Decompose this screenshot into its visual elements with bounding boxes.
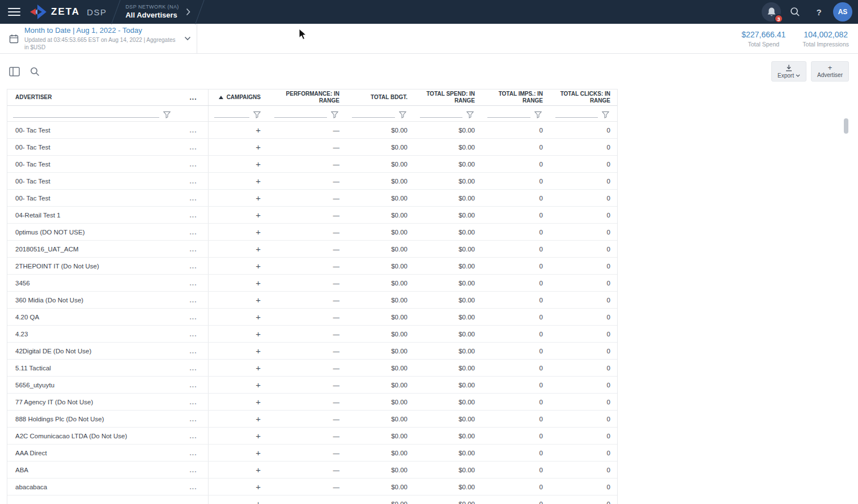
expand-campaigns-button[interactable]: + bbox=[209, 482, 269, 492]
row-menu-button[interactable]: ... bbox=[179, 496, 209, 504]
chevron-right-icon[interactable] bbox=[186, 8, 190, 16]
filter-input-clicks[interactable] bbox=[555, 110, 598, 118]
filter-input-impressions[interactable] bbox=[487, 110, 530, 118]
expand-campaigns-button[interactable]: + bbox=[209, 448, 269, 458]
table-row[interactable]: ABA ... + — $0.00 $0.00 0 0 bbox=[7, 462, 617, 479]
expand-campaigns-button[interactable]: + bbox=[209, 193, 269, 203]
expand-campaigns-button[interactable]: + bbox=[209, 278, 269, 288]
row-menu-button[interactable]: ... bbox=[179, 275, 209, 291]
column-header-advertiser[interactable]: ADVERTISER bbox=[7, 94, 179, 101]
table-row[interactable]: 360 Midia (Do Not Use) ... + — $0.00 $0.… bbox=[7, 292, 617, 309]
table-row[interactable]: 42Digital DE (Do Not Use) ... + — $0.00 … bbox=[7, 343, 617, 360]
row-menu-button[interactable]: ... bbox=[179, 377, 209, 393]
expand-campaigns-button[interactable]: + bbox=[209, 227, 269, 237]
table-row[interactable]: 00- Tac Test ... + — $0.00 $0.00 0 0 bbox=[7, 156, 617, 173]
filter-funnel-icon[interactable] bbox=[602, 111, 609, 118]
expand-campaigns-button[interactable]: + bbox=[209, 363, 269, 373]
user-avatar[interactable]: AS bbox=[833, 2, 852, 22]
table-row[interactable]: 4.20 QA ... + — $0.00 $0.00 0 0 bbox=[7, 309, 617, 326]
search-button[interactable] bbox=[785, 2, 805, 22]
expand-campaigns-button[interactable]: + bbox=[209, 380, 269, 390]
table-row[interactable]: abacabaca ... + — $0.00 $0.00 0 0 bbox=[7, 479, 617, 496]
table-row[interactable]: 3456 ... + — $0.00 $0.00 0 0 bbox=[7, 275, 617, 292]
column-header-clicks[interactable]: TOTAL CLICKS: IN RANGE bbox=[550, 91, 617, 105]
table-row[interactable]: 4.23 ... + — $0.00 $0.00 0 0 bbox=[7, 326, 617, 343]
table-row[interactable]: AAA Direct ... + — $0.00 $0.00 0 0 bbox=[7, 445, 617, 462]
filter-funnel-icon[interactable] bbox=[466, 111, 474, 118]
column-header-performance[interactable]: PERFORMANCE: IN RANGE bbox=[269, 91, 346, 105]
table-row[interactable]: 00- Tac Test ... + — $0.00 $0.00 0 0 bbox=[7, 173, 617, 190]
table-row[interactable]: 20180516_UAT_ACM ... + — $0.00 $0.00 0 0 bbox=[7, 241, 617, 258]
vertical-scrollbar-thumb[interactable] bbox=[844, 118, 848, 134]
table-search-button[interactable] bbox=[30, 67, 40, 76]
column-header-budget[interactable]: TOTAL BDGT. bbox=[346, 94, 414, 101]
table-row[interactable]: 04-Retail Test 1 ... + — $0.00 $0.00 0 0 bbox=[7, 207, 617, 224]
expand-campaigns-button[interactable]: + bbox=[209, 261, 269, 271]
row-menu-button[interactable]: ... bbox=[179, 241, 209, 257]
row-menu-button[interactable]: ... bbox=[179, 309, 209, 325]
expand-campaigns-button[interactable]: + bbox=[209, 431, 269, 441]
row-menu-button[interactable]: ... bbox=[179, 394, 209, 410]
filter-funnel-icon[interactable] bbox=[534, 111, 542, 118]
row-menu-button[interactable]: ... bbox=[179, 156, 209, 172]
expand-campaigns-button[interactable]: + bbox=[209, 176, 269, 186]
table-row[interactable]: 00- Tac Test ... + — $0.00 $0.00 0 0 bbox=[7, 122, 617, 139]
add-advertiser-button[interactable]: + Advertiser bbox=[811, 61, 849, 82]
row-menu-button[interactable]: ... bbox=[179, 411, 209, 427]
expand-campaigns-button[interactable]: + bbox=[209, 142, 269, 152]
filter-input-spend[interactable] bbox=[420, 110, 462, 118]
row-menu-button[interactable]: ... bbox=[179, 360, 209, 376]
export-button[interactable]: Export bbox=[771, 61, 806, 82]
expand-campaigns-button[interactable]: + bbox=[209, 159, 269, 169]
expand-campaigns-button[interactable]: + bbox=[209, 397, 269, 407]
filter-input-advertiser[interactable] bbox=[13, 110, 159, 118]
expand-campaigns-button[interactable]: + bbox=[209, 125, 269, 135]
table-row[interactable]: 888 Holdings Plc (Do Not Use) ... + — $0… bbox=[7, 411, 617, 428]
table-row[interactable]: 0ptimus (DO NOT USE) ... + — $0.00 $0.00… bbox=[7, 224, 617, 241]
row-menu-button[interactable]: ... bbox=[179, 190, 209, 206]
row-menu-button[interactable]: ... bbox=[179, 224, 209, 240]
table-row[interactable]: 77 Agency IT (Do Not Use) ... + — $0.00 … bbox=[7, 394, 617, 411]
row-menu-button[interactable]: ... bbox=[179, 462, 209, 478]
table-row[interactable]: A2C Comunicacao LTDA (Do Not Use) ... + … bbox=[7, 428, 617, 445]
expand-campaigns-button[interactable]: + bbox=[209, 210, 269, 220]
expand-campaigns-button[interactable]: + bbox=[209, 346, 269, 356]
row-menu-button[interactable]: ... bbox=[179, 122, 209, 138]
filter-funnel-icon[interactable] bbox=[253, 111, 261, 118]
column-header-row-menu[interactable]: ... bbox=[179, 89, 209, 105]
row-menu-button[interactable]: ... bbox=[179, 326, 209, 342]
table-row[interactable]: 2THEPOINT IT (Do Not Use) ... + — $0.00 … bbox=[7, 258, 617, 275]
breadcrumb[interactable]: DSP NETWORK (NA) All Advertisers bbox=[125, 4, 179, 19]
expand-campaigns-button[interactable]: + bbox=[209, 312, 269, 322]
expand-campaigns-button[interactable]: + bbox=[209, 499, 269, 504]
column-settings-button[interactable] bbox=[9, 67, 20, 76]
date-range-selector[interactable]: Month to Date | Aug 1, 2022 - Today Upda… bbox=[0, 24, 197, 53]
expand-campaigns-button[interactable]: + bbox=[209, 295, 269, 305]
row-menu-button[interactable]: ... bbox=[179, 479, 209, 495]
row-menu-button[interactable]: ... bbox=[179, 258, 209, 274]
expand-campaigns-button[interactable]: + bbox=[209, 329, 269, 339]
expand-campaigns-button[interactable]: + bbox=[209, 465, 269, 475]
row-menu-button[interactable]: ... bbox=[179, 343, 209, 359]
row-menu-button[interactable]: ... bbox=[179, 207, 209, 223]
filter-funnel-icon[interactable] bbox=[163, 111, 171, 118]
filter-input-campaigns[interactable] bbox=[214, 110, 249, 118]
column-header-campaigns[interactable]: CAMPAIGNS bbox=[209, 94, 269, 101]
table-row[interactable]: ... + — $0.00 $0.00 0 0 bbox=[7, 496, 617, 504]
row-menu-button[interactable]: ... bbox=[179, 173, 209, 189]
row-menu-button[interactable]: ... bbox=[179, 139, 209, 155]
column-header-impressions[interactable]: TOTAL IMPS.: IN RANGE bbox=[482, 91, 550, 105]
row-menu-button[interactable]: ... bbox=[179, 292, 209, 308]
filter-input-performance[interactable] bbox=[274, 110, 327, 118]
table-row[interactable]: 5.11 Tactical ... + — $0.00 $0.00 0 0 bbox=[7, 360, 617, 377]
table-row[interactable]: 00- Tac Test ... + — $0.00 $0.00 0 0 bbox=[7, 190, 617, 207]
table-row[interactable]: 00- Tac Test ... + — $0.00 $0.00 0 0 bbox=[7, 139, 617, 156]
filter-funnel-icon[interactable] bbox=[399, 111, 406, 118]
row-menu-button[interactable]: ... bbox=[179, 428, 209, 444]
row-menu-button[interactable]: ... bbox=[179, 445, 209, 461]
help-button[interactable]: ? bbox=[809, 2, 829, 22]
hamburger-menu-icon[interactable] bbox=[8, 8, 20, 16]
expand-campaigns-button[interactable]: + bbox=[209, 414, 269, 424]
notifications-button[interactable]: 3 bbox=[762, 2, 781, 22]
expand-campaigns-button[interactable]: + bbox=[209, 244, 269, 254]
